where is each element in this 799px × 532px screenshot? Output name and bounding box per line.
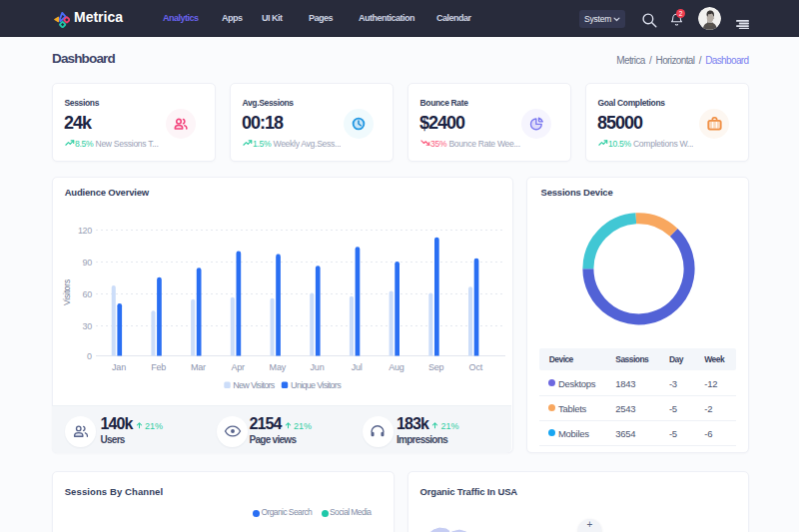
svg-text:New Visitors: New Visitors xyxy=(233,380,276,390)
svg-text:Visitors: Visitors xyxy=(62,279,72,305)
svg-text:Jan: Jan xyxy=(112,362,126,372)
svg-text:Mar: Mar xyxy=(190,362,205,372)
svg-text:Unique Visitors: Unique Visitors xyxy=(291,380,342,390)
svg-text:Feb: Feb xyxy=(151,362,166,372)
svg-text:90: 90 xyxy=(82,258,92,267)
svg-text:Oct: Oct xyxy=(468,362,482,372)
svg-text:Jun: Jun xyxy=(310,362,324,372)
svg-text:Jul: Jul xyxy=(351,362,362,372)
svg-text:Apr: Apr xyxy=(231,362,245,372)
svg-text:120: 120 xyxy=(77,226,91,236)
svg-text:60: 60 xyxy=(82,289,92,299)
svg-text:30: 30 xyxy=(82,321,92,331)
svg-text:May: May xyxy=(269,362,286,372)
svg-text:Aug: Aug xyxy=(389,362,404,372)
svg-text:0: 0 xyxy=(86,351,91,361)
svg-text:Sep: Sep xyxy=(427,362,443,372)
